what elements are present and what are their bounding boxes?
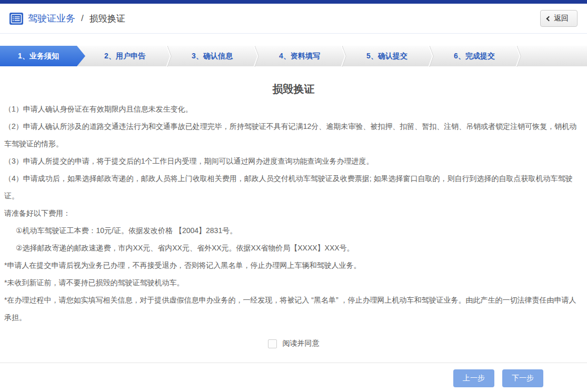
agree-checkbox[interactable] xyxy=(268,339,277,348)
notice-warning: *在办理过程中，请您如实填写相关信息，对于提供虚假信息申办业务的，一经发现，将被… xyxy=(4,292,583,326)
main-content: 损毁换证 （1）申请人确认身份证在有效期限内且信息未发生变化。 （2）申请人确认… xyxy=(0,82,587,348)
notice-paragraph: （1）申请人确认身份证在有效期限内且信息未发生变化。 xyxy=(4,100,583,118)
breadcrumb-section[interactable]: 驾驶证业务 xyxy=(28,12,75,25)
step-label: 3、确认信息 xyxy=(192,52,233,61)
step-6-complete-submit[interactable]: 6、完成提交 xyxy=(435,46,514,66)
notice-fee-item: ②选择邮政寄递的邮政速递费，市内XX元、省内XX元、省外XX元。依据XX省物价局… xyxy=(4,239,583,257)
agreement-row: 阅读并同意 xyxy=(4,339,583,348)
page: 驾驶证业务 / 损毁换证 返回 1、业务须知 2、用户申告 3、确认信息 4、资… xyxy=(0,0,587,392)
breadcrumb-separator: / xyxy=(81,13,84,24)
back-button-label: 返回 xyxy=(554,14,569,23)
step-label: 4、资料填写 xyxy=(279,52,320,61)
step-separator-chevron xyxy=(514,46,522,66)
step-label: 1、业务须知 xyxy=(18,52,59,61)
step-separator-chevron xyxy=(426,46,435,66)
back-button[interactable]: 返回 xyxy=(540,10,578,27)
step-5-confirm-submit[interactable]: 5、确认提交 xyxy=(347,46,426,66)
list-icon xyxy=(9,13,23,25)
footer-actions: 上一步 下一步 xyxy=(0,363,587,392)
business-notice-text: （1）申请人确认身份证在有效期限内且信息未发生变化。 （2）申请人确认所涉及的道… xyxy=(4,100,583,326)
step-separator-chevron xyxy=(339,46,347,66)
notice-warning: *未收到新证前，请不要持已损毁的驾驶证驾驶机动车。 xyxy=(4,274,583,292)
step-3-confirm-info[interactable]: 3、确认信息 xyxy=(173,46,252,66)
agree-label: 阅读并同意 xyxy=(283,339,320,348)
notice-paragraph: （4）申请成功后，如果选择邮政寄递的，邮政人员将上门收取相关费用，邮政人员交付机… xyxy=(4,170,583,205)
page-title: 损毁换证 xyxy=(4,82,583,96)
prev-step-button[interactable]: 上一步 xyxy=(453,369,494,387)
step-1-business-notice[interactable]: 1、业务须知 xyxy=(0,46,85,66)
step-separator-chevron xyxy=(164,46,173,66)
step-4-fill-materials[interactable]: 4、资料填写 xyxy=(260,46,339,66)
top-accent-bar xyxy=(0,0,587,4)
breadcrumb-current-page: 损毁换证 xyxy=(89,13,125,25)
notice-warning: *申请人在提交申请后视为业务已办理，不再接受退办，否则将记入黑名单，停止办理网上… xyxy=(4,257,583,274)
step-nav-tail xyxy=(522,46,587,66)
notice-paragraph: 请准备好以下费用： xyxy=(4,205,583,222)
notice-paragraph: （2）申请人确认所涉及的道路交通违法行为和交通事故已处理完毕，所持驾驶证不具有记… xyxy=(4,118,583,153)
step-nav: 1、业务须知 2、用户申告 3、确认信息 4、资料填写 5、确认提交 6、完成提… xyxy=(0,46,587,66)
breadcrumb: 驾驶证业务 / 损毁换证 xyxy=(9,12,125,25)
step-separator-chevron xyxy=(252,46,260,66)
header: 驾驶证业务 / 损毁换证 返回 xyxy=(0,4,587,34)
step-2-user-declaration[interactable]: 2、用户申告 xyxy=(85,46,164,66)
chevron-left-icon xyxy=(546,16,552,21)
notice-fee-item: ①机动车驾驶证工本费：10元/证。依据发改价格 【2004】2831号。 xyxy=(4,222,583,239)
step-label: 2、用户申告 xyxy=(104,52,145,61)
step-label: 5、确认提交 xyxy=(366,52,407,61)
step-label: 6、完成提交 xyxy=(454,52,495,61)
notice-paragraph: （3）申请人所提交的申请，将于提交后的1个工作日内受理，期间可以通过网办进度查询… xyxy=(4,153,583,170)
next-step-button[interactable]: 下一步 xyxy=(502,369,543,387)
